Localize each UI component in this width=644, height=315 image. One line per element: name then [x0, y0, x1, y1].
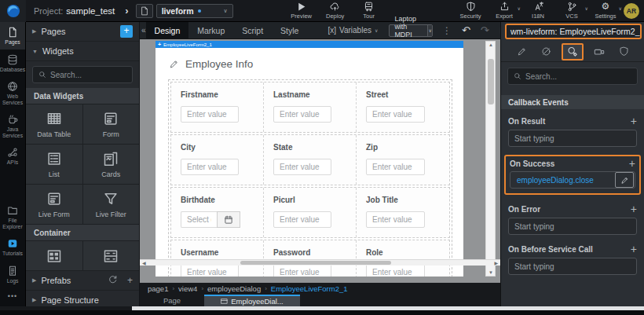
add-handler-icon[interactable]: +: [631, 243, 637, 255]
on-success-handler-link[interactable]: employeeDialog.close: [517, 176, 594, 185]
widget-tile-panel[interactable]: [83, 241, 140, 270]
role-input[interactable]: [366, 264, 425, 277]
form-title[interactable]: Employee Info: [169, 58, 463, 70]
state-input[interactable]: [273, 159, 331, 175]
on-error-input[interactable]: [514, 222, 631, 231]
add-handler-icon[interactable]: +: [631, 203, 637, 215]
widgets-section-row[interactable]: ▼ Widgets: [26, 42, 139, 61]
redo-icon[interactable]: ↷: [481, 25, 489, 35]
street-input[interactable]: [366, 106, 425, 123]
form-field-password[interactable]: Password: [264, 240, 357, 277]
add-handler-icon[interactable]: +: [631, 115, 637, 127]
prefabs-row[interactable]: ▶ Prefabs +: [26, 271, 139, 291]
tab-device[interactable]: [590, 43, 609, 60]
sidebar-item-tutorials[interactable]: Tutorials: [0, 233, 25, 261]
form-field-jobtitle[interactable]: Job Title: [357, 188, 449, 237]
user-avatar[interactable]: AR: [624, 3, 639, 19]
scroll-up-icon[interactable]: ▲: [486, 42, 496, 47]
selected-widget-bar[interactable]: + EmployeeLiveForm2_1: [156, 41, 463, 48]
tab-style[interactable]: Style: [272, 22, 307, 39]
device-selector[interactable]: Laptop with MDPI Screen ∨: [389, 24, 433, 37]
widget-tile-live-form[interactable]: Live Form: [26, 185, 82, 224]
sidebar-item-web-services[interactable]: Web Services: [0, 76, 25, 109]
sidebar-item-java-services[interactable]: Java Services: [0, 109, 25, 142]
tab-markup[interactable]: Markup: [188, 22, 233, 39]
horizontal-scroll-thumb[interactable]: [240, 261, 391, 265]
tab-styles[interactable]: [537, 43, 556, 60]
widget-tile-live-filter[interactable]: Live Filter: [83, 185, 140, 224]
scroll-right-icon[interactable]: ▶: [494, 260, 498, 266]
password-input[interactable]: [273, 264, 331, 277]
widget-tile-form[interactable]: Form: [83, 104, 140, 144]
properties-search-input[interactable]: [525, 72, 631, 81]
zip-input[interactable]: [366, 159, 425, 175]
i18n-button[interactable]: I18N: [526, 2, 550, 20]
export-button[interactable]: ∨ Export: [492, 2, 516, 20]
page-structure-row[interactable]: ▶ Page Structure: [26, 291, 139, 306]
tab-design[interactable]: Design: [146, 22, 189, 39]
tour-button[interactable]: Tour: [357, 2, 381, 20]
wavemaker-logo[interactable]: [0, 0, 26, 22]
form-field-birthdate[interactable]: Birthdate: [171, 188, 264, 237]
add-handler-icon[interactable]: +: [629, 157, 635, 170]
breadcrumb-view4[interactable]: view4: [178, 284, 197, 293]
deploy-button[interactable]: Deploy: [324, 2, 347, 20]
tab-page[interactable]: Page: [151, 295, 193, 306]
on-success-value[interactable]: employeeDialog.close: [510, 171, 635, 189]
form-field-role[interactable]: Role: [357, 240, 449, 277]
sidebar-item-logs[interactable]: Logs: [0, 261, 25, 288]
settings-button[interactable]: ⚙ ∨ Settings: [594, 2, 617, 20]
variables-button[interactable]: [x] Variables ∨: [327, 26, 378, 35]
city-input[interactable]: [181, 159, 239, 175]
page-selector[interactable]: liveform ∨: [156, 4, 233, 18]
sidebar-item-pages[interactable]: Pages: [0, 22, 25, 49]
on-result-input[interactable]: [514, 134, 631, 143]
firstname-input[interactable]: [181, 106, 239, 123]
widget-tile-list[interactable]: List: [26, 145, 82, 184]
refresh-icon[interactable]: [108, 275, 118, 284]
username-input[interactable]: [181, 264, 239, 277]
scroll-left-icon[interactable]: ◀: [142, 260, 146, 266]
sidebar-item-databases[interactable]: Databases: [0, 49, 25, 77]
jobtitle-input[interactable]: [366, 211, 425, 228]
tab-script[interactable]: Script: [233, 22, 272, 39]
more-options-icon[interactable]: •••: [0, 288, 25, 306]
form-field-street[interactable]: Street: [357, 82, 449, 132]
sidebar-item-file-explorer[interactable]: File Explorer: [0, 200, 25, 233]
on-before-service-call-input[interactable]: [514, 262, 631, 271]
tab-security[interactable]: [614, 43, 633, 60]
add-page-button[interactable]: +: [120, 25, 133, 38]
tab-events[interactable]: [562, 43, 584, 60]
widget-tile-cards[interactable]: Cards: [83, 145, 140, 184]
breadcrumb-employeedialog[interactable]: employeeDialog: [207, 284, 261, 293]
tab-properties-pencil[interactable]: [512, 43, 531, 60]
edit-handler-button[interactable]: [615, 172, 634, 188]
form-field-username[interactable]: Username: [171, 240, 264, 277]
scroll-down-icon[interactable]: ▼: [486, 270, 496, 275]
security-button[interactable]: Security: [459, 2, 482, 20]
undo-icon[interactable]: ↶: [462, 25, 470, 35]
kebab-menu-icon[interactable]: ⋮: [442, 25, 452, 36]
lastname-input[interactable]: [273, 106, 331, 123]
page-type-button[interactable]: [136, 4, 153, 18]
form-field-state[interactable]: State: [264, 135, 357, 185]
vertical-scroll-thumb[interactable]: [488, 59, 494, 104]
widget-tile-data-table[interactable]: Data Table: [26, 104, 82, 144]
pages-section-row[interactable]: ▶ Pages +: [26, 22, 139, 42]
picurl-input[interactable]: [273, 211, 331, 228]
form-field-city[interactable]: City: [171, 135, 264, 185]
sidebar-item-apis[interactable]: APIs: [0, 142, 25, 170]
birthdate-input[interactable]: [181, 211, 217, 228]
calendar-button[interactable]: [217, 211, 240, 228]
breadcrumb-employeeliveform[interactable]: EmployeeLiveForm2_1: [271, 284, 348, 293]
add-prefab-icon[interactable]: +: [127, 275, 133, 286]
breadcrumb-page1[interactable]: page1: [148, 284, 168, 293]
preview-button[interactable]: Preview: [290, 2, 313, 20]
form-field-picurl[interactable]: Picurl: [264, 188, 357, 237]
tab-employee-dialog[interactable]: EmployeeDial...: [204, 295, 300, 306]
form-field-firstname[interactable]: Firstname: [171, 82, 264, 132]
widget-tile-layout-grid[interactable]: [26, 241, 82, 270]
widget-search-input[interactable]: [50, 71, 126, 79]
form-field-zip[interactable]: Zip: [357, 135, 449, 185]
vcs-button[interactable]: ∨ VCS: [560, 2, 584, 20]
